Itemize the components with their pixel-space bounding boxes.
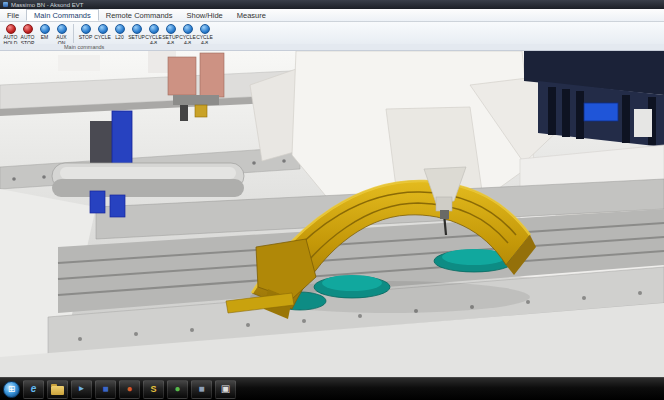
menubar: File Main Commands Remote Commands Show/… — [0, 9, 664, 22]
internet-explorer-icon[interactable]: e — [23, 380, 44, 399]
app-orange-icon[interactable]: ● — [119, 380, 140, 399]
led-icon — [200, 24, 210, 34]
led-icon — [132, 24, 142, 34]
tab-file[interactable]: File — [0, 9, 26, 21]
window-title: Massimo BN - Aksond EVT — [11, 2, 83, 8]
toolbar-button-setup[interactable]: SETUP — [128, 23, 145, 41]
app-steel-icon[interactable]: ■ — [191, 380, 212, 399]
toolbar-button-cycle-48-c[interactable]: CYCLE 4-8 — [196, 23, 213, 47]
led-icon — [23, 24, 33, 34]
app-blue-icon[interactable]: ■ — [95, 380, 116, 399]
app-icon — [3, 2, 8, 7]
toolbar-button-cycle[interactable]: CYCLE — [94, 23, 111, 41]
toolbar-button-cycle-48-a[interactable]: CYCLE 4-8 — [145, 23, 162, 47]
toolbar-separator — [73, 24, 74, 43]
toolbar-button-setup-48[interactable]: SETUP 4-8 — [162, 23, 179, 47]
file-explorer-icon[interactable] — [47, 380, 68, 399]
led-icon — [40, 24, 50, 34]
app-white-icon[interactable]: ▣ — [215, 380, 236, 399]
titlebar: Massimo BN - Aksond EVT — [0, 0, 664, 9]
toolbar-button-aux-on[interactable]: AUX ON — [53, 23, 70, 47]
led-icon — [166, 24, 176, 34]
app-gold-s-icon[interactable]: S — [143, 380, 164, 399]
magazine-blue-unit — [584, 103, 618, 121]
ribbon-group-label: Main commands — [0, 44, 664, 51]
taskbar: ⊞ e ► ■ ● S ● ■ ▣ — [0, 377, 664, 400]
machine-3d-scene — [0, 51, 664, 377]
toolbar: AUTO HOLD AUTO STOP EM AUX ON STOP CYCLE… — [0, 22, 664, 44]
led-icon — [149, 24, 159, 34]
led-icon — [183, 24, 193, 34]
tab-measure[interactable]: Measure — [230, 9, 273, 21]
media-player-icon[interactable]: ► — [71, 380, 92, 399]
tab-show-hide[interactable]: Show/Hide — [179, 9, 229, 21]
tool-magazine — [524, 51, 664, 147]
led-icon — [81, 24, 91, 34]
start-button[interactable]: ⊞ — [3, 381, 20, 398]
left-rotary-table — [52, 163, 244, 197]
app-green-icon[interactable]: ● — [167, 380, 188, 399]
tab-remote-commands[interactable]: Remote Commands — [99, 9, 180, 21]
toolbar-button-em[interactable]: EM — [36, 23, 53, 41]
3d-viewport[interactable] — [0, 51, 664, 377]
toolbar-button-stop[interactable]: STOP — [77, 23, 94, 41]
toolbar-button-cycle-48-b[interactable]: CYCLE 4-8 — [179, 23, 196, 47]
application-window: Massimo BN - Aksond EVT File Main Comman… — [0, 0, 664, 400]
led-icon — [57, 24, 67, 34]
led-icon — [6, 24, 16, 34]
folder-icon — [51, 386, 64, 395]
tab-main-commands[interactable]: Main Commands — [26, 9, 99, 21]
led-icon — [115, 24, 125, 34]
toolbar-button-l20[interactable]: L20 — [111, 23, 128, 41]
toolbar-button-auto-hold[interactable]: AUTO HOLD — [2, 23, 19, 47]
toolbar-button-auto-stop[interactable]: AUTO STOP — [19, 23, 36, 47]
led-icon — [98, 24, 108, 34]
